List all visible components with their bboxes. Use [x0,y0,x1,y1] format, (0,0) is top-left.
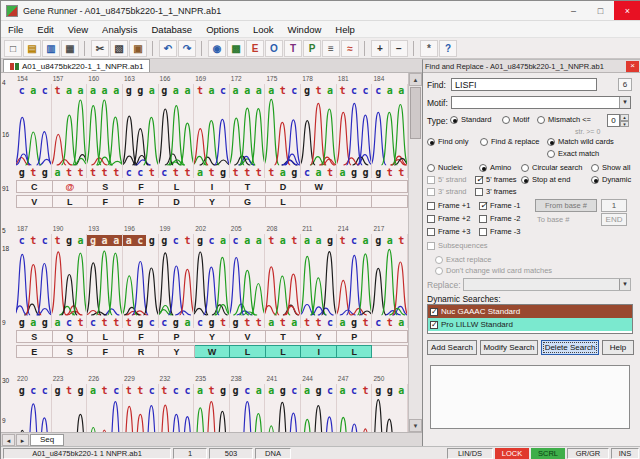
vertical-scrollbar[interactable]: ▲ ▼ [408,73,422,432]
menu-file[interactable]: File [1,21,30,37]
help-button[interactable]: Help [602,340,634,355]
find-input[interactable]: LISFI [451,78,597,91]
maximize-button[interactable]: □ [587,1,614,20]
trace-cell [230,246,266,316]
mismatch-spinner[interactable]: ▴▾ [620,114,629,127]
minimize-button[interactable]: – [560,1,587,20]
map-icon[interactable]: ▩ [227,40,245,57]
radio-dynamic[interactable]: Dynamic [591,175,631,184]
radio-nucleic[interactable]: Nucleic [427,163,463,172]
scroll-up-icon[interactable]: ▲ [409,73,422,86]
delete-search-button[interactable]: Delete Search [541,340,599,355]
modify-search-button[interactable]: Modify Search [480,340,538,355]
open-icon[interactable]: ▤ [23,40,41,57]
pos-cell: 190 [52,225,88,234]
status-segment: 1 [173,448,207,459]
undo-icon[interactable]: ↶ [159,40,177,57]
cut-icon[interactable]: ✂ [91,40,109,57]
radio-stop-at-end[interactable]: Stop at end [521,175,570,184]
check-frame-minus1[interactable]: Frame -1 [479,201,520,210]
add-search-button[interactable]: Add Search [427,340,477,355]
dynamic-search-item[interactable]: Nuc GAAAC Standard [428,305,632,318]
amino-cell: W [301,180,337,193]
align-icon[interactable]: ≡ [322,40,340,57]
copy-icon[interactable]: ▧ [110,40,128,57]
zoom-out-icon[interactable]: − [390,40,408,57]
check-frame-minus2[interactable]: Frame -2 [479,214,520,223]
menu-database[interactable]: Database [144,21,199,37]
menu-options[interactable]: Options [199,21,246,37]
graph-icon[interactable]: ≈ [341,40,359,57]
document-tab[interactable]: A01_u8475bk220-1_1_NNPR.ab1 [3,59,150,72]
checkbox-3-frames[interactable]: 3' frames [475,187,517,196]
radio-show-all[interactable]: Show all [591,163,630,172]
to-base-label: To base # [537,215,570,224]
panel-close-icon[interactable]: × [626,61,639,72]
options-icon[interactable]: * [420,40,438,57]
spin-down-icon[interactable]: ▾ [620,121,629,128]
translate-icon[interactable]: T [284,40,302,57]
menu-edit[interactable]: Edit [30,21,60,37]
chevron-down-icon[interactable]: ▾ [619,97,630,108]
search-checkbox[interactable] [430,308,438,316]
check-frame-minus3[interactable]: Frame -3 [479,227,520,236]
checkbox-subsequences[interactable]: Subsequences [427,241,488,250]
search-checkbox[interactable] [430,321,438,329]
radio-dot [547,138,555,146]
checkbox-5-strand[interactable]: 5' strand [427,175,467,184]
radio-standard[interactable]: Standard [450,115,491,124]
orf-icon[interactable]: O [265,40,283,57]
print-icon[interactable]: ▦ [61,40,79,57]
menu-look[interactable]: Look [246,21,281,37]
checkbox-3-strand[interactable]: 3' strand [427,187,467,196]
pos-row: 187190193196199202205208211214217 [16,225,408,234]
scrollbar-thumb[interactable] [410,87,421,139]
radio-circular-search[interactable]: Circular search [521,163,582,172]
check-frame-plus2[interactable]: Frame +2 [427,214,470,223]
find-icon[interactable]: ◉ [208,40,226,57]
radio-label: Exact match [558,149,599,158]
status-segment: LOCK [495,448,529,459]
check-frame-plus3[interactable]: Frame +3 [427,227,470,236]
zoom-in-icon[interactable]: + [371,40,389,57]
checkbox-5-frames[interactable]: 5' frames [475,175,517,184]
codon-cell: act [337,384,373,396]
tab-scroll-left-icon[interactable]: ◂ [2,434,15,446]
menu-view[interactable]: View [61,21,95,37]
motif-dropdown[interactable]: ▾ [451,96,631,109]
checkbox-box [427,202,435,210]
radio-amino[interactable]: Amino [479,163,511,172]
close-button[interactable]: × [614,1,640,20]
radio-match-wild-cards[interactable]: Match wild cards [547,137,614,146]
sheet-tab-seq[interactable]: Seq [30,434,64,446]
pos-cell: 154 [16,75,52,84]
codon-cell: cac [16,84,52,96]
amino-cell: E [16,345,53,358]
radio-find-only[interactable]: Find only [427,137,468,146]
menu-analysis[interactable]: Analysis [95,21,144,37]
help-icon[interactable]: ? [439,40,457,57]
new-icon[interactable]: □ [4,40,22,57]
codon-cell: aaa [230,84,266,96]
save-icon[interactable]: ▥ [42,40,60,57]
mismatch-value[interactable]: 0 [607,114,620,127]
menu-window[interactable]: Window [281,21,329,37]
dynamic-searches-list[interactable]: Nuc GAAAC StandardPro LILLW Standard [427,304,633,334]
scroll-down-icon[interactable]: ▼ [409,419,422,432]
redo-icon[interactable]: ↷ [178,40,196,57]
check-frame-plus1[interactable]: Frame +1 [427,201,470,210]
enzyme-icon[interactable]: E [246,40,264,57]
paste-icon[interactable]: ▣ [129,40,147,57]
radio-motif[interactable]: Motif [502,115,529,124]
radio-mismatch[interactable]: Mismatch <= [537,115,591,124]
dynamic-search-item[interactable]: Pro LILLW Standard [428,318,632,331]
toolbar-separator [364,41,368,56]
radio-exact-replace[interactable]: Exact replace [435,255,491,264]
radio-exact-match[interactable]: Exact match [547,149,599,158]
tab-scroll-right-icon[interactable]: ▸ [16,434,29,446]
pos-cell: 214 [337,225,373,234]
radio-find-replace[interactable]: Find & replace [480,137,539,146]
radio-dont-change-wild-cards[interactable]: Don't change wild card matches [435,266,552,275]
primer-icon[interactable]: P [303,40,321,57]
menu-help[interactable]: Help [328,21,362,37]
